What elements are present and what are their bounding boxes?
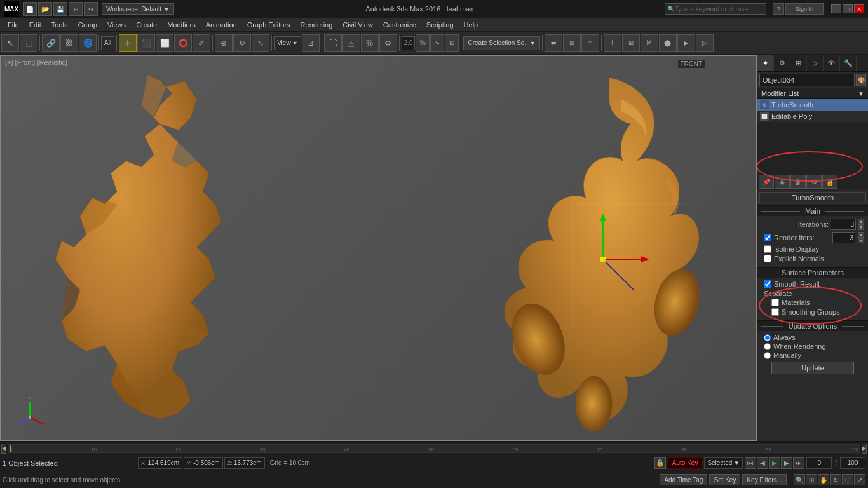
remove-mod-btn[interactable]: 🗑 — [790, 175, 806, 189]
viewport[interactable]: [+] [Front] [Realistic] FRONT — [0, 55, 757, 441]
rotate-btn[interactable]: ↻ — [233, 34, 251, 52]
pivot-btn[interactable]: ⊿ — [302, 34, 320, 52]
align-btn[interactable]: ⊞ — [563, 34, 581, 52]
select-btn[interactable]: ↖ — [1, 34, 19, 52]
tab-create[interactable]: ✦ — [757, 55, 774, 71]
menu-animation[interactable]: Animation — [201, 18, 242, 32]
selected-dropdown[interactable]: Selected ▼ — [704, 458, 743, 469]
render-iters-down[interactable]: ▼ — [858, 238, 864, 243]
isoline-display-checkbox[interactable] — [764, 245, 771, 253]
always-radio[interactable] — [764, 334, 771, 341]
timeline-left-arrow[interactable]: ◀ — [1, 444, 6, 454]
play-btn[interactable]: ▶ — [769, 458, 780, 469]
goto-end-btn[interactable]: ⏭ — [793, 458, 804, 469]
render-frame-btn[interactable]: ▶ — [677, 34, 695, 52]
schematic-btn[interactable]: ⊠ — [622, 34, 640, 52]
prev-frame-btn[interactable]: ◀ — [757, 458, 768, 469]
iterations-input[interactable] — [831, 219, 856, 230]
lock-btn[interactable]: 🔒 — [654, 458, 666, 469]
explicit-normals-checkbox[interactable] — [764, 255, 771, 262]
tab-utilities[interactable]: 🔧 — [840, 55, 857, 71]
scale-btn[interactable]: ⤡ — [252, 34, 269, 52]
workspace-selector[interactable]: Workspace: Default ▼ — [102, 3, 174, 15]
auto-key-btn[interactable]: Auto Key — [668, 458, 703, 469]
menu-modifiers[interactable]: Modifiers — [162, 18, 201, 32]
when-rendering-radio[interactable] — [764, 343, 771, 350]
lock-btn[interactable]: 🔒 — [822, 175, 837, 189]
maximize-vp-btn[interactable]: ⤢ — [854, 474, 865, 485]
modifier-turbosmooth[interactable]: ⚙ TurboSmooth — [757, 99, 868, 111]
menu-graph-editors[interactable]: Graph Editors — [242, 18, 295, 32]
make-unique-btn[interactable]: ◈ — [775, 175, 790, 189]
menu-tools[interactable]: Tools — [46, 18, 73, 32]
new-btn[interactable]: 📄 — [23, 2, 37, 16]
current-frame-input[interactable] — [806, 458, 832, 469]
pan-btn[interactable]: ✋ — [818, 474, 829, 485]
render-iters-checkbox[interactable] — [764, 234, 771, 241]
menu-help[interactable]: Help — [459, 18, 484, 32]
smoothing-groups-checkbox[interactable] — [771, 308, 779, 316]
iterations-spinner[interactable]: ▲ ▼ — [858, 219, 864, 230]
smooth-result-checkbox[interactable] — [764, 280, 771, 288]
menu-customize[interactable]: Customize — [378, 18, 421, 32]
modifier-editable-poly[interactable]: ⬜ Editable Poly — [757, 111, 868, 122]
menu-create[interactable]: Create — [131, 18, 162, 32]
circle-select-btn[interactable]: ⭕ — [174, 34, 192, 52]
materials-checkbox[interactable] — [771, 299, 779, 306]
menu-rendering[interactable]: Rendering — [295, 18, 338, 32]
menu-edit[interactable]: Edit — [24, 18, 46, 32]
zoom-all-btn[interactable]: ⊞ — [806, 474, 817, 485]
menu-civil-view[interactable]: Civil View — [337, 18, 377, 32]
key-filters-btn[interactable]: Key Filters... — [742, 474, 787, 485]
move-btn[interactable]: ⊕ — [215, 34, 233, 52]
select-filter-dropdown[interactable]: All — [101, 36, 114, 50]
percent-btn[interactable]: % — [416, 34, 430, 52]
tab-motion[interactable]: ▷ — [807, 55, 824, 71]
search-box[interactable]: 🔍 Type a keyword or phrase — [665, 3, 766, 15]
render-setup-btn[interactable]: ⬤ — [659, 34, 677, 52]
undo-btn[interactable]: ↩ — [69, 2, 83, 16]
update-button[interactable]: Update — [771, 362, 854, 374]
spinner-snap-btn[interactable]: ⚙ — [379, 34, 397, 52]
percent-snap-btn[interactable]: % — [361, 34, 379, 52]
modifier-list-arrow[interactable]: ▼ — [858, 90, 864, 97]
menu-file[interactable]: File — [3, 18, 24, 32]
add-time-tag-btn[interactable]: Add Time Tag — [660, 474, 707, 485]
iterations-up[interactable]: ▲ — [858, 219, 864, 224]
select-obj-btn[interactable]: ⬛ — [137, 34, 155, 52]
tab-hierarchy[interactable]: ⊞ — [790, 55, 807, 71]
object-name-input[interactable] — [759, 74, 855, 86]
pin-stack-btn[interactable]: 📌 — [759, 175, 774, 189]
color-swatch[interactable]: 🎨 — [856, 74, 866, 86]
set-key-btn[interactable]: Set Key — [709, 474, 740, 485]
next-frame-btn[interactable]: ▶ — [781, 458, 792, 469]
bind-warp-btn[interactable]: 🌀 — [79, 34, 97, 52]
rect-select-btn[interactable]: ⬜ — [156, 34, 173, 52]
select-move-btn[interactable]: ✛ — [119, 34, 137, 52]
minimize-btn[interactable]: — — [831, 4, 841, 13]
config-btn[interactable]: ⚙ — [806, 175, 822, 189]
iterations-down[interactable]: ▼ — [858, 224, 864, 230]
link-btn[interactable]: 🔗 — [42, 34, 60, 52]
open-btn[interactable]: 📂 — [38, 2, 52, 16]
menu-scripting[interactable]: Scripting — [421, 18, 459, 32]
offset-mode-btn[interactable]: ⊞ — [445, 34, 459, 52]
render-iters-input[interactable] — [832, 232, 855, 243]
lasso-select-btn[interactable]: ✐ — [193, 34, 210, 52]
layer-btn[interactable]: ≡ — [581, 34, 599, 52]
timeline-right-arrow[interactable]: ▶ — [862, 444, 867, 454]
goto-start-btn[interactable]: ⏮ — [745, 458, 756, 469]
mirror-btn[interactable]: ⇌ — [545, 34, 562, 52]
snap-3d-btn[interactable]: ⛶ — [324, 34, 342, 52]
menu-group[interactable]: Group — [72, 18, 102, 32]
zoom-btn[interactable]: 🔍 — [794, 474, 805, 485]
tab-modify[interactable]: ⚙ — [774, 55, 790, 71]
create-selection-btn[interactable]: Create Selection Se... ▼ — [463, 36, 539, 50]
ref-coord-dropdown[interactable]: View▼ — [274, 36, 301, 50]
maximize-btn[interactable]: □ — [843, 4, 853, 13]
field-of-view-btn[interactable]: ⬡ — [842, 474, 853, 485]
orbit-btn[interactable]: ↻ — [830, 474, 841, 485]
abs-mode-btn[interactable]: ∿ — [430, 34, 444, 52]
timeline-track[interactable]: 0 10 20 30 40 50 60 70 80 90 100 — [8, 444, 860, 453]
material-editor-btn[interactable]: M — [641, 34, 658, 52]
